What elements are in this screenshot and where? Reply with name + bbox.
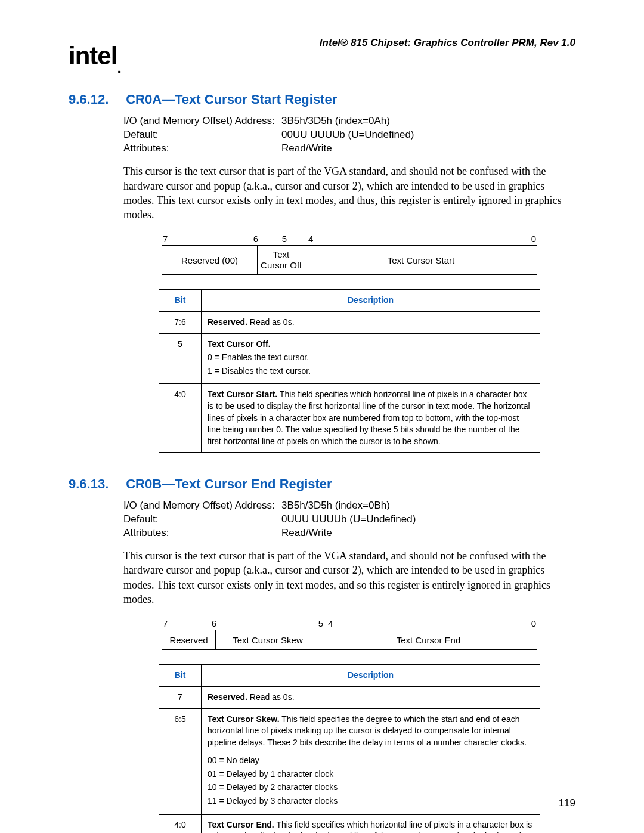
bit-range: 4:0 (159, 384, 202, 453)
bit-desc: Reserved. Read as 0s. (202, 311, 540, 333)
desc-bold: Reserved. (208, 692, 247, 702)
section-cr0a: 9.6.12. CR0A—Text Cursor Start Register … (123, 92, 575, 453)
default-label: Default: (123, 128, 281, 142)
th-desc: Description (202, 665, 540, 687)
addr-label: I/O (and Memory Offset) Address: (123, 114, 281, 128)
desc-bold: Text Cursor Off. (208, 339, 271, 349)
logo-dot: . (117, 58, 121, 77)
bitnum: 4 (308, 234, 326, 244)
section-number: 9.6.12. (69, 92, 122, 107)
desc-line: 1 = Disables the text cursor. (208, 366, 534, 377)
bit-layout-diagram: 7 6 5 4 0 Reserved (00) Text Cursor Off … (162, 234, 537, 275)
bitfield-cursor-off: Text Cursor Off (258, 246, 305, 274)
section-title-text: CR0B—Text Cursor End Register (126, 476, 332, 491)
bit-layout-diagram: 7 6 5 4 0 Reserved Text Cursor Skew Text… (162, 618, 537, 650)
bitfield-cursor-start: Text Cursor Start (305, 246, 537, 274)
bit-description-table: Bit Description 7:6 Reserved. Read as 0s… (159, 289, 540, 453)
bitfield-cursor-end: Text Cursor End (320, 630, 537, 649)
desc-bold: Reserved. (208, 317, 247, 327)
bit-desc: Text Cursor End. This field specifies wh… (202, 814, 540, 833)
attributes-value: Read/Write (281, 142, 332, 156)
desc-line: 01 = Delayed by 1 character clock (208, 769, 534, 781)
desc-bold: Text Cursor Skew. (208, 714, 280, 724)
desc-line: 10 = Delayed by 2 character clocks (208, 782, 534, 794)
section-body: This cursor is the text cursor that is p… (123, 164, 575, 222)
addr-value: 3B5h/3D5h (index=0Bh) (281, 499, 390, 513)
desc-rest: Read as 0s. (247, 317, 295, 327)
th-desc: Description (202, 290, 540, 312)
table-row: 6:5 Text Cursor Skew. This field specifi… (159, 708, 540, 814)
bit-range: 4:0 (159, 814, 202, 833)
table-row: 4:0 Text Cursor End. This field specifie… (159, 814, 540, 833)
table-row: 5 Text Cursor Off. 0 = Enables the text … (159, 333, 540, 384)
bit-description-table: Bit Description 7 Reserved. Read as 0s. … (159, 664, 540, 833)
bitnum: 6 (172, 234, 261, 244)
page-number: 119 (559, 797, 575, 809)
th-bit: Bit (159, 290, 202, 312)
desc-line: 00 = No delay (208, 755, 534, 767)
section-heading: 9.6.13. CR0B—Text Cursor End Register (123, 476, 575, 492)
bitnum: 0 (326, 234, 536, 244)
default-value: 0UUU UUUUb (U=Undefined) (281, 513, 416, 527)
section-number: 9.6.13. (69, 476, 122, 492)
bit-range: 5 (159, 333, 202, 384)
addr-value: 3B5h/3D5h (index=0Ah) (281, 114, 390, 128)
bitnum: 7 (163, 618, 172, 628)
bit-range: 7 (159, 686, 202, 708)
page: Intel® 815 Chipset: Graphics Controller … (0, 0, 644, 833)
doc-header-title: Intel® 815 Chipset: Graphics Controller … (320, 37, 575, 49)
bitfield-cursor-skew: Text Cursor Skew (216, 630, 320, 649)
desc-line: 0 = Enables the text cursor. (208, 352, 534, 364)
bitnum: 5 (261, 234, 308, 244)
section-cr0b: 9.6.13. CR0B—Text Cursor End Register I/… (123, 476, 575, 833)
default-value: 00UU UUUUb (U=Undefined) (281, 128, 414, 142)
bitnum: 0 (346, 618, 536, 628)
default-label: Default: (123, 513, 281, 527)
addr-label: I/O (and Memory Offset) Address: (123, 499, 281, 513)
bit-desc: Text Cursor Off. 0 = Enables the text cu… (202, 333, 540, 384)
bitnum: 4 (326, 618, 346, 628)
attributes-label: Attributes: (123, 142, 281, 156)
desc-rest: Read as 0s. (247, 692, 295, 702)
desc-bold: Text Cursor End. (208, 820, 274, 829)
bit-desc: Reserved. Read as 0s. (202, 686, 540, 708)
logo-text: intel (69, 42, 117, 70)
bitfield-reserved: Reserved (00) (162, 246, 258, 274)
attributes-value: Read/Write (281, 527, 332, 540)
bit-range: 6:5 (159, 708, 202, 814)
table-row: 7:6 Reserved. Read as 0s. (159, 311, 540, 333)
register-attributes: I/O (and Memory Offset) Address:3B5h/3D5… (123, 499, 575, 540)
bitnum: 5 (219, 618, 326, 628)
bit-desc: Text Cursor Skew. This field specifies t… (202, 708, 540, 814)
register-attributes: I/O (and Memory Offset) Address:3B5h/3D5… (123, 114, 575, 156)
section-body: This cursor is the text cursor that is p… (123, 549, 575, 606)
table-row: 7 Reserved. Read as 0s. (159, 686, 540, 708)
table-row: 4:0 Text Cursor Start. This field specif… (159, 384, 540, 453)
desc-line: 11 = Delayed by 3 character clocks (208, 795, 534, 807)
bitfield-reserved: Reserved (162, 630, 216, 649)
desc-bold: Text Cursor Start. (208, 389, 277, 399)
section-title-text: CR0A—Text Cursor Start Register (126, 92, 337, 107)
section-heading: 9.6.12. CR0A—Text Cursor Start Register (123, 92, 575, 107)
bit-desc: Text Cursor Start. This field specifies … (202, 384, 540, 453)
bitnum: 6 (172, 618, 219, 628)
bitnum: 7 (163, 234, 172, 244)
bit-range: 7:6 (159, 311, 202, 333)
th-bit: Bit (159, 665, 202, 687)
attributes-label: Attributes: (123, 527, 281, 540)
